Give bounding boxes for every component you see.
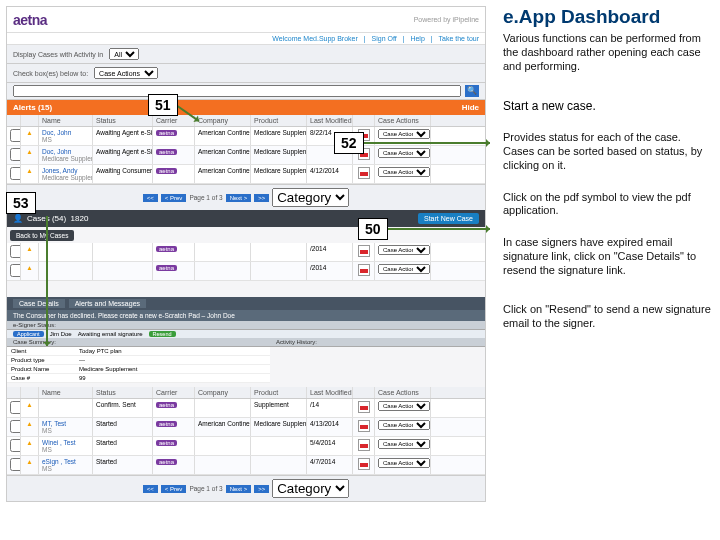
warning-icon: ▲ [26, 245, 32, 252]
help-link[interactable]: Help [410, 35, 424, 42]
table-row[interactable]: ▲ aetna /2014 Case Actions [7, 243, 485, 262]
table-row[interactable]: ▲ Doc, JohnMedicare Supplement Awaiting … [7, 146, 485, 165]
table-row[interactable]: ▲ Confirm. Sent aetna Supplement /14 Cas… [7, 399, 485, 418]
pager-prev[interactable]: < Prev [161, 194, 187, 202]
case-actions-select[interactable]: Case Actions [378, 148, 430, 158]
case-details-tab[interactable]: Case Details [13, 299, 65, 308]
col-carrier-b[interactable]: Carrier [153, 387, 195, 398]
row-checkbox[interactable] [10, 245, 21, 258]
activity-history-title: Activity History: [270, 338, 485, 347]
col-carrier[interactable]: Carrier [153, 115, 195, 126]
bpager-first[interactable]: << [143, 485, 158, 493]
case-name-link[interactable]: eSign , Test [42, 458, 76, 465]
col-status[interactable]: Status [93, 115, 153, 126]
row-checkbox[interactable] [10, 148, 21, 161]
case-actions-select[interactable]: Case Actions [378, 245, 430, 255]
powered-by: Powered by iPipeline [414, 16, 479, 23]
case-name-link[interactable]: Jones, Andy [42, 167, 77, 174]
signer-row: Applicant Jim Doe Awaiting email signatu… [7, 330, 485, 338]
table-row[interactable]: ▲ Winei , TestMS Started aetna 5/4/2014 … [7, 437, 485, 456]
filter-bulk-label: Check box(es) below to: [13, 70, 88, 77]
table-row[interactable]: ▲ MT, TestMS Started aetna American Cont… [7, 418, 485, 437]
row-checkbox[interactable] [10, 458, 21, 471]
bpager-next[interactable]: Next > [226, 485, 252, 493]
warning-icon: ▲ [26, 129, 32, 136]
case-actions-select[interactable]: Case Actions [378, 401, 430, 411]
table-row[interactable]: ▲ Jones, AndyMedicare Supplement Awaitin… [7, 165, 485, 184]
pager-category[interactable]: Category [272, 188, 349, 207]
cases-header[interactable]: 👤Cases (54) 1820 Start New Case [7, 210, 485, 227]
resend-button[interactable]: Resend [149, 331, 176, 337]
signoff-link[interactable]: Sign Off [372, 35, 397, 42]
col-company-b[interactable]: Company [195, 387, 251, 398]
col-name-b[interactable]: Name [39, 387, 93, 398]
pdf-icon[interactable] [358, 458, 370, 470]
case-name-link[interactable]: MT, Test [42, 420, 66, 427]
pager-next[interactable]: Next > [226, 194, 252, 202]
case-actions-select[interactable]: Case Actions [378, 167, 430, 177]
row-checkbox[interactable] [10, 129, 21, 142]
col-date-b[interactable]: Last Modified [307, 387, 353, 398]
row-checkbox[interactable] [10, 420, 21, 433]
row-checkbox[interactable] [10, 439, 21, 452]
case-actions-select[interactable]: Case Actions [378, 129, 430, 139]
case-name-link[interactable]: Winei , Test [42, 439, 75, 446]
pdf-icon[interactable] [358, 401, 370, 413]
table-row[interactable]: ▲ eSign , TestMS Started aetna 4/7/2014 … [7, 456, 485, 475]
row-checkbox[interactable] [10, 264, 21, 277]
case-actions-select[interactable]: Case Actions [378, 439, 430, 449]
case-actions-select[interactable]: Case Actions [378, 458, 430, 468]
alerts-header[interactable]: Alerts (15) Hide [7, 100, 485, 115]
pdf-icon[interactable] [358, 167, 370, 179]
filter-activity-select[interactable]: All [109, 48, 139, 60]
search-icon[interactable]: 🔍 [465, 85, 479, 97]
filter-bulk-select[interactable]: Case Actions [94, 67, 158, 79]
alerts-hide[interactable]: Hide [462, 103, 479, 112]
row-company [195, 399, 251, 417]
summary-row: Case #99 [7, 374, 270, 383]
pdf-icon[interactable] [358, 245, 370, 257]
callout-51: 51 [148, 94, 178, 116]
row-company: American Continental Insurance [195, 127, 251, 145]
col-date[interactable]: Last Modified [307, 115, 353, 126]
alerts-messages-tab[interactable]: Alerts and Messages [69, 299, 146, 308]
col-actions[interactable]: Case Actions [375, 115, 431, 126]
carrier-chip: aetna [156, 265, 177, 271]
col-status-b[interactable]: Status [93, 387, 153, 398]
row-company: American Continental Insurance [195, 146, 251, 164]
search-input[interactable] [13, 85, 461, 97]
bpager-last[interactable]: >> [254, 485, 269, 493]
col-actions-b[interactable]: Case Actions [375, 387, 431, 398]
row-checkbox[interactable] [10, 167, 21, 180]
case-actions-select[interactable]: Case Actions [378, 420, 430, 430]
case-name-link[interactable]: Doc, John [42, 148, 71, 155]
start-new-case-button[interactable]: Start New Case [418, 213, 479, 224]
note-case-details: In case signers have expired email signa… [503, 236, 712, 277]
col-name[interactable]: Name [39, 115, 93, 126]
bpager-category[interactable]: Category [272, 479, 349, 498]
col-product[interactable]: Product [251, 115, 307, 126]
bpager-prev[interactable]: < Prev [161, 485, 187, 493]
pager-first[interactable]: << [143, 194, 158, 202]
row-checkbox[interactable] [10, 401, 21, 414]
table-row[interactable]: ▲ aetna /2014 Case Actions [7, 262, 485, 281]
carrier-chip: aetna [156, 246, 177, 252]
tour-link[interactable]: Take the tour [439, 35, 479, 42]
arrow-53-details [46, 216, 48, 346]
pdf-icon[interactable] [358, 439, 370, 451]
case-actions-select[interactable]: Case Actions [378, 264, 430, 274]
pdf-icon[interactable] [358, 420, 370, 432]
warning-icon: ▲ [26, 148, 32, 155]
arrow-52-pdf [360, 142, 490, 144]
case-name-link[interactable]: Doc, John [42, 129, 71, 136]
cases-table-head: Name Status Carrier Company Product Last… [7, 387, 485, 399]
row-status [93, 243, 153, 261]
carrier-chip: aetna [156, 149, 177, 155]
back-to-cases-tab[interactable]: Back to My Cases [10, 230, 74, 241]
note-status: Provides status for each of the case. Ca… [503, 131, 712, 172]
pager-last[interactable]: >> [254, 194, 269, 202]
row-date: /14 [307, 399, 353, 417]
col-product-b[interactable]: Product [251, 387, 307, 398]
pdf-icon[interactable] [358, 264, 370, 276]
summary-row: Product type— [7, 356, 270, 365]
